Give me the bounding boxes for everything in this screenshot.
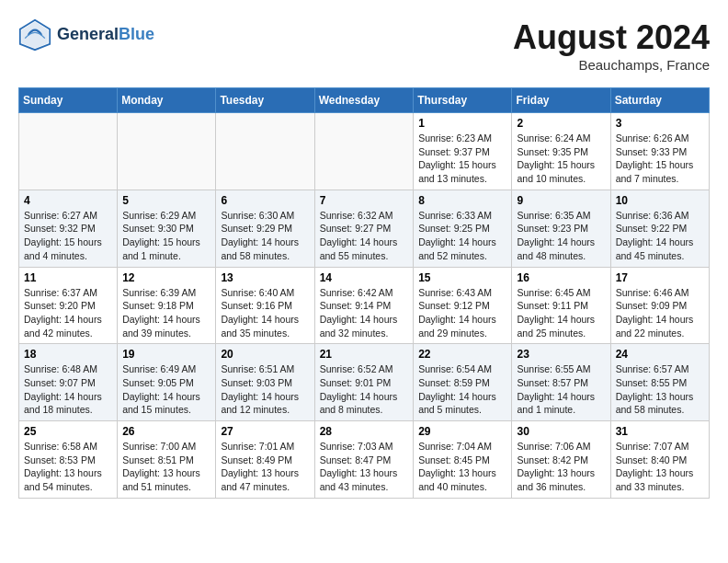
calendar-cell: 2Sunrise: 6:24 AM Sunset: 9:35 PM Daylig… bbox=[512, 113, 610, 190]
day-number: 29 bbox=[418, 425, 506, 438]
calendar-week-4: 18Sunrise: 6:48 AM Sunset: 9:07 PM Dayli… bbox=[19, 344, 710, 421]
calendar-cell: 16Sunrise: 6:45 AM Sunset: 9:11 PM Dayli… bbox=[512, 267, 610, 344]
day-number: 9 bbox=[517, 194, 605, 207]
day-info: Sunrise: 6:30 AM Sunset: 9:29 PM Dayligh… bbox=[221, 209, 309, 263]
calendar-cell: 24Sunrise: 6:57 AM Sunset: 8:55 PM Dayli… bbox=[610, 344, 709, 421]
calendar-cell: 19Sunrise: 6:49 AM Sunset: 9:05 PM Dayli… bbox=[118, 344, 216, 421]
day-number: 21 bbox=[320, 348, 409, 361]
calendar-cell: 23Sunrise: 6:55 AM Sunset: 8:57 PM Dayli… bbox=[512, 344, 610, 421]
calendar-cell: 17Sunrise: 6:46 AM Sunset: 9:09 PM Dayli… bbox=[610, 267, 709, 344]
day-info: Sunrise: 7:07 AM Sunset: 8:40 PM Dayligh… bbox=[616, 440, 704, 494]
calendar-cell bbox=[118, 113, 216, 190]
day-info: Sunrise: 6:23 AM Sunset: 9:37 PM Dayligh… bbox=[418, 132, 506, 186]
day-number: 23 bbox=[517, 348, 605, 361]
month-title: August 2024 bbox=[513, 18, 710, 57]
day-info: Sunrise: 6:29 AM Sunset: 9:30 PM Dayligh… bbox=[122, 209, 210, 263]
logo-icon bbox=[18, 18, 51, 52]
day-number: 22 bbox=[418, 348, 506, 361]
calendar-cell: 4Sunrise: 6:27 AM Sunset: 9:32 PM Daylig… bbox=[19, 190, 118, 267]
logo-text: GeneralBlue bbox=[57, 26, 154, 44]
day-info: Sunrise: 6:26 AM Sunset: 9:33 PM Dayligh… bbox=[616, 132, 704, 186]
calendar-cell: 5Sunrise: 6:29 AM Sunset: 9:30 PM Daylig… bbox=[118, 190, 216, 267]
day-info: Sunrise: 6:40 AM Sunset: 9:16 PM Dayligh… bbox=[221, 286, 309, 340]
day-info: Sunrise: 6:45 AM Sunset: 9:11 PM Dayligh… bbox=[517, 286, 605, 340]
calendar-week-2: 4Sunrise: 6:27 AM Sunset: 9:32 PM Daylig… bbox=[19, 190, 710, 267]
day-number: 19 bbox=[122, 348, 210, 361]
header-wednesday: Wednesday bbox=[314, 88, 414, 113]
day-number: 3 bbox=[616, 117, 704, 130]
calendar-cell bbox=[314, 113, 414, 190]
calendar-week-3: 11Sunrise: 6:37 AM Sunset: 9:20 PM Dayli… bbox=[19, 267, 710, 344]
header-tuesday: Tuesday bbox=[216, 88, 314, 113]
day-number: 31 bbox=[616, 425, 704, 438]
day-number: 8 bbox=[418, 194, 506, 207]
calendar-cell: 31Sunrise: 7:07 AM Sunset: 8:40 PM Dayli… bbox=[610, 421, 709, 499]
calendar-cell: 28Sunrise: 7:03 AM Sunset: 8:47 PM Dayli… bbox=[314, 421, 414, 499]
header-saturday: Saturday bbox=[610, 88, 709, 113]
day-info: Sunrise: 6:54 AM Sunset: 8:59 PM Dayligh… bbox=[418, 362, 506, 417]
day-info: Sunrise: 6:48 AM Sunset: 9:07 PM Dayligh… bbox=[24, 362, 112, 417]
day-info: Sunrise: 6:37 AM Sunset: 9:20 PM Dayligh… bbox=[24, 286, 112, 340]
calendar-cell: 8Sunrise: 6:33 AM Sunset: 9:25 PM Daylig… bbox=[414, 190, 512, 267]
day-number: 16 bbox=[517, 271, 605, 284]
day-number: 26 bbox=[122, 425, 210, 438]
day-number: 15 bbox=[418, 271, 506, 284]
day-number: 1 bbox=[418, 117, 506, 130]
day-info: Sunrise: 6:24 AM Sunset: 9:35 PM Dayligh… bbox=[517, 132, 605, 186]
day-info: Sunrise: 6:27 AM Sunset: 9:32 PM Dayligh… bbox=[24, 209, 112, 263]
location: Beauchamps, France bbox=[513, 57, 710, 73]
day-number: 13 bbox=[221, 271, 309, 284]
calendar-cell: 6Sunrise: 6:30 AM Sunset: 9:29 PM Daylig… bbox=[216, 190, 314, 267]
header-friday: Friday bbox=[512, 88, 610, 113]
day-number: 25 bbox=[24, 425, 112, 438]
calendar-cell: 1Sunrise: 6:23 AM Sunset: 9:37 PM Daylig… bbox=[414, 113, 512, 190]
day-info: Sunrise: 6:55 AM Sunset: 8:57 PM Dayligh… bbox=[517, 362, 605, 417]
calendar-cell: 3Sunrise: 6:26 AM Sunset: 9:33 PM Daylig… bbox=[610, 113, 709, 190]
day-info: Sunrise: 6:36 AM Sunset: 9:22 PM Dayligh… bbox=[616, 209, 704, 263]
day-info: Sunrise: 6:46 AM Sunset: 9:09 PM Dayligh… bbox=[616, 286, 704, 340]
day-info: Sunrise: 7:01 AM Sunset: 8:49 PM Dayligh… bbox=[221, 440, 309, 494]
calendar-table: SundayMondayTuesdayWednesdayThursdayFrid… bbox=[18, 87, 710, 499]
day-number: 11 bbox=[24, 271, 112, 284]
day-number: 6 bbox=[221, 194, 309, 207]
calendar-cell: 21Sunrise: 6:52 AM Sunset: 9:01 PM Dayli… bbox=[314, 344, 414, 421]
day-info: Sunrise: 6:51 AM Sunset: 9:03 PM Dayligh… bbox=[221, 362, 309, 417]
day-number: 10 bbox=[616, 194, 704, 207]
day-info: Sunrise: 6:39 AM Sunset: 9:18 PM Dayligh… bbox=[122, 286, 210, 340]
calendar-cell: 10Sunrise: 6:36 AM Sunset: 9:22 PM Dayli… bbox=[610, 190, 709, 267]
calendar-cell: 30Sunrise: 7:06 AM Sunset: 8:42 PM Dayli… bbox=[512, 421, 610, 499]
calendar-cell: 29Sunrise: 7:04 AM Sunset: 8:45 PM Dayli… bbox=[414, 421, 512, 499]
day-info: Sunrise: 6:49 AM Sunset: 9:05 PM Dayligh… bbox=[122, 362, 210, 417]
calendar-cell: 20Sunrise: 6:51 AM Sunset: 9:03 PM Dayli… bbox=[216, 344, 314, 421]
calendar-header-row: SundayMondayTuesdayWednesdayThursdayFrid… bbox=[19, 88, 710, 113]
day-number: 5 bbox=[122, 194, 210, 207]
calendar-cell bbox=[216, 113, 314, 190]
title-block: August 2024 Beauchamps, France bbox=[513, 18, 710, 73]
day-number: 17 bbox=[616, 271, 704, 284]
day-info: Sunrise: 6:57 AM Sunset: 8:55 PM Dayligh… bbox=[616, 362, 704, 417]
day-number: 12 bbox=[122, 271, 210, 284]
calendar-cell: 12Sunrise: 6:39 AM Sunset: 9:18 PM Dayli… bbox=[118, 267, 216, 344]
day-number: 7 bbox=[320, 194, 409, 207]
day-info: Sunrise: 6:52 AM Sunset: 9:01 PM Dayligh… bbox=[320, 362, 409, 417]
day-info: Sunrise: 6:32 AM Sunset: 9:27 PM Dayligh… bbox=[320, 209, 409, 263]
calendar-cell: 22Sunrise: 6:54 AM Sunset: 8:59 PM Dayli… bbox=[414, 344, 512, 421]
calendar-cell: 27Sunrise: 7:01 AM Sunset: 8:49 PM Dayli… bbox=[216, 421, 314, 499]
calendar-cell: 9Sunrise: 6:35 AM Sunset: 9:23 PM Daylig… bbox=[512, 190, 610, 267]
day-number: 30 bbox=[517, 425, 605, 438]
day-info: Sunrise: 7:03 AM Sunset: 8:47 PM Dayligh… bbox=[320, 440, 409, 494]
calendar-cell: 7Sunrise: 6:32 AM Sunset: 9:27 PM Daylig… bbox=[314, 190, 414, 267]
calendar-week-1: 1Sunrise: 6:23 AM Sunset: 9:37 PM Daylig… bbox=[19, 113, 710, 190]
day-info: Sunrise: 7:00 AM Sunset: 8:51 PM Dayligh… bbox=[122, 440, 210, 494]
day-number: 14 bbox=[320, 271, 409, 284]
day-info: Sunrise: 6:35 AM Sunset: 9:23 PM Dayligh… bbox=[517, 209, 605, 263]
calendar-cell: 15Sunrise: 6:43 AM Sunset: 9:12 PM Dayli… bbox=[414, 267, 512, 344]
day-number: 24 bbox=[616, 348, 704, 361]
header-monday: Monday bbox=[118, 88, 216, 113]
day-number: 4 bbox=[24, 194, 112, 207]
day-info: Sunrise: 6:43 AM Sunset: 9:12 PM Dayligh… bbox=[418, 286, 506, 340]
day-number: 2 bbox=[517, 117, 605, 130]
day-number: 18 bbox=[24, 348, 112, 361]
calendar-cell bbox=[19, 113, 118, 190]
day-info: Sunrise: 6:58 AM Sunset: 8:53 PM Dayligh… bbox=[24, 440, 112, 494]
